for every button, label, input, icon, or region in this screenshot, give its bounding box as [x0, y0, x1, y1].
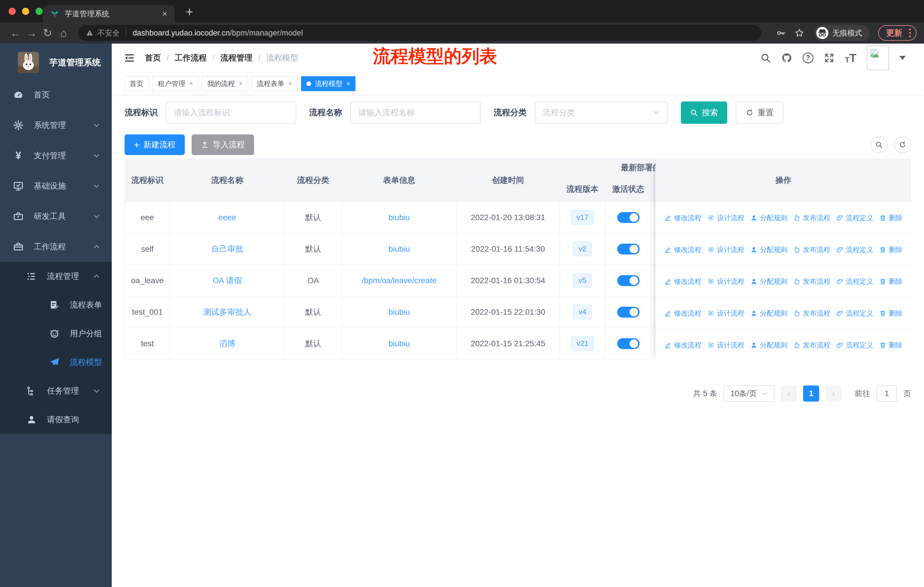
version-badge[interactable]: v21 — [571, 336, 594, 351]
process-category-select[interactable]: 流程分类 — [535, 101, 668, 124]
sidebar-item-group[interactable]: 用户分组 — [0, 319, 112, 348]
action-link[interactable]: 修改流程 — [664, 213, 701, 222]
form-link[interactable]: biubiu — [388, 308, 410, 316]
help-icon[interactable]: ? — [803, 53, 813, 63]
password-key-icon[interactable] — [776, 28, 786, 38]
delete-action-link[interactable]: 删除 — [879, 309, 903, 318]
breadcrumb-item[interactable]: 首页 — [145, 53, 161, 63]
font-size-icon[interactable]: TT — [845, 52, 856, 64]
forward-icon[interactable]: → — [23, 28, 40, 38]
process-name-input[interactable] — [350, 101, 481, 124]
sidebar-item-user[interactable]: 请假查询 — [0, 405, 112, 434]
chrome-menu-icon[interactable] — [909, 29, 911, 37]
sidebar-item-form[interactable]: 流程表单 — [0, 291, 112, 319]
delete-action-link[interactable]: 删除 — [879, 341, 903, 350]
version-badge[interactable]: v4 — [573, 305, 592, 319]
sidebar-fold-icon[interactable] — [124, 52, 135, 64]
sidebar-item-gear[interactable]: 系统管理 — [0, 110, 112, 141]
close-window-button[interactable] — [8, 8, 16, 15]
action-link[interactable]: 流程定义 — [836, 341, 873, 350]
action-link[interactable]: 流程定义 — [836, 277, 873, 286]
tag-view[interactable]: 流程模型× — [301, 76, 356, 91]
form-link[interactable]: /bpm/oa/leave/create — [362, 276, 437, 285]
minimize-window-button[interactable] — [22, 8, 29, 15]
chrome-update-button[interactable]: 更新 — [878, 25, 917, 41]
prev-page-button[interactable]: ‹ — [781, 385, 797, 402]
hide-search-button[interactable] — [870, 136, 888, 153]
action-link[interactable]: 发布流程 — [793, 277, 830, 286]
reload-icon[interactable]: ↻ — [40, 28, 56, 38]
zoom-window-button[interactable] — [36, 8, 43, 15]
sidebar-item-workflow[interactable]: 工作流程 — [0, 231, 112, 262]
action-link[interactable]: 设计流程 — [707, 309, 744, 318]
sidebar-item-yen[interactable]: ¥支付管理 — [0, 141, 112, 171]
action-link[interactable]: 流程定义 — [836, 309, 873, 318]
action-link[interactable]: 流程定义 — [836, 213, 873, 222]
import-process-button[interactable]: 导入流程 — [191, 134, 254, 155]
name-link[interactable]: eeee — [218, 213, 236, 222]
active-toggle[interactable] — [617, 212, 640, 223]
action-link[interactable]: 发布流程 — [793, 341, 830, 350]
create-process-button[interactable]: + 新建流程 — [125, 134, 185, 155]
name-link[interactable]: 自己审批 — [211, 245, 243, 253]
name-link[interactable]: OA 请假 — [213, 276, 242, 285]
delete-action-link[interactable]: 删除 — [879, 245, 903, 254]
url-domain[interactable]: dashboard.yudao.iocoder.cn — [133, 29, 230, 38]
active-toggle[interactable] — [617, 275, 640, 286]
sidebar-item-tasks[interactable]: 任务管理 — [0, 377, 112, 405]
user-avatar[interactable] — [867, 46, 889, 70]
action-link[interactable]: 发布流程 — [793, 213, 830, 222]
version-badge[interactable]: v5 — [573, 273, 592, 288]
search-button[interactable]: 搜索 — [681, 101, 727, 124]
sidebar-item-toolbox[interactable]: 研发工具 — [0, 201, 112, 231]
action-link[interactable]: 分配规则 — [750, 277, 787, 286]
tag-view[interactable]: 租户管理× — [152, 76, 198, 91]
delete-action-link[interactable]: 删除 — [879, 213, 903, 222]
action-link[interactable]: 设计流程 — [707, 245, 744, 254]
github-icon[interactable] — [781, 53, 792, 63]
form-link[interactable]: biubiu — [388, 339, 410, 348]
action-link[interactable]: 分配规则 — [750, 309, 787, 318]
tag-view[interactable]: 首页 — [124, 76, 149, 91]
tab-close-icon[interactable]: × — [162, 10, 167, 18]
avatar-menu-caret-icon[interactable] — [899, 56, 906, 60]
tag-close-icon[interactable]: × — [346, 80, 350, 88]
goto-page-input[interactable] — [876, 385, 897, 402]
sidebar-logo[interactable]: 芋道管理系统 — [0, 43, 112, 76]
action-link[interactable]: 修改流程 — [664, 309, 701, 318]
delete-action-link[interactable]: 删除 — [879, 277, 903, 286]
tag-view[interactable]: 我的流程× — [202, 76, 248, 91]
process-id-input[interactable] — [166, 101, 296, 124]
name-link[interactable]: 滔博 — [219, 339, 236, 348]
action-link[interactable]: 分配规则 — [750, 341, 787, 350]
name-link[interactable]: 测试多审批人 — [203, 308, 251, 316]
breadcrumb-item[interactable]: 流程管理 — [221, 53, 252, 63]
version-badge[interactable]: v2 — [573, 241, 592, 256]
tag-view[interactable]: 流程表单× — [251, 76, 298, 91]
sidebar-item-dashboard[interactable]: 首页 — [0, 80, 112, 110]
action-link[interactable]: 发布流程 — [793, 245, 830, 254]
back-icon[interactable]: ← — [7, 28, 23, 38]
sidebar-item-monitor[interactable]: 基础设施 — [0, 171, 112, 201]
action-link[interactable]: 修改流程 — [664, 341, 701, 350]
security-label[interactable]: 不安全 — [97, 28, 120, 38]
tag-close-icon[interactable]: × — [289, 80, 292, 88]
tag-close-icon[interactable]: × — [239, 80, 243, 88]
form-link[interactable]: biubiu — [388, 213, 410, 222]
action-link[interactable]: 设计流程 — [707, 341, 744, 350]
sidebar-item-list[interactable]: 流程管理 — [0, 262, 112, 291]
action-link[interactable]: 流程定义 — [836, 245, 873, 254]
tag-close-icon[interactable]: × — [189, 80, 193, 88]
action-link[interactable]: 分配规则 — [750, 245, 787, 254]
page-size-select[interactable]: 10条/页 — [723, 385, 774, 402]
form-link[interactable]: biubiu — [388, 245, 410, 253]
breadcrumb-item[interactable]: 工作流程 — [175, 53, 207, 63]
version-badge[interactable]: v17 — [571, 210, 594, 225]
action-link[interactable]: 发布流程 — [793, 309, 830, 318]
active-toggle[interactable] — [617, 244, 640, 255]
action-link[interactable]: 设计流程 — [707, 277, 744, 286]
refresh-table-button[interactable] — [894, 136, 911, 153]
browser-tab[interactable]: 芋道管理系统 × — [43, 5, 175, 22]
action-link[interactable]: 修改流程 — [664, 245, 701, 254]
action-link[interactable]: 分配规则 — [750, 213, 787, 222]
